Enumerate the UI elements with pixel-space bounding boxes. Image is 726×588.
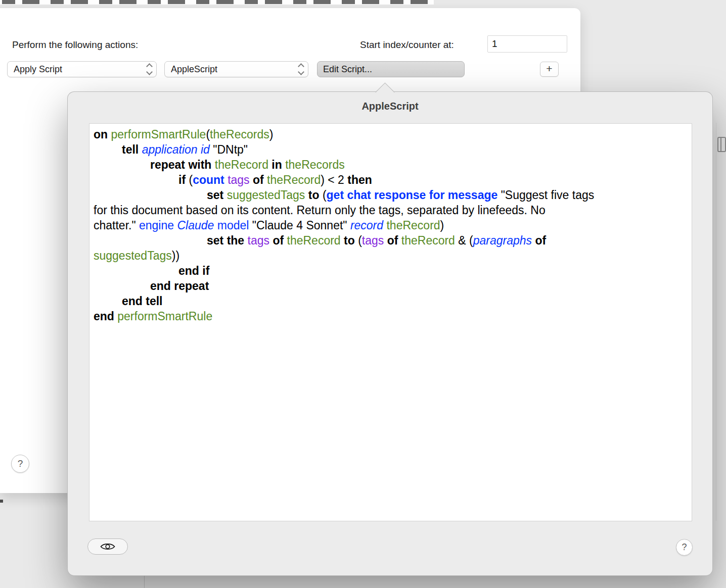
popover-help-button[interactable]: ? bbox=[676, 539, 693, 556]
code-line: suggestedTags)) bbox=[94, 248, 688, 263]
popover-title: AppleScript bbox=[68, 101, 712, 112]
add-action-button[interactable]: + bbox=[540, 62, 559, 77]
code-line: repeat with theRecord in theRecords bbox=[94, 157, 688, 172]
start-index-label: Start index/counter at: bbox=[360, 39, 454, 51]
actions-label: Perform the following actions: bbox=[12, 39, 138, 51]
edit-script-button[interactable]: Edit Script... bbox=[317, 61, 465, 77]
clipped-fragment bbox=[0, 500, 3, 503]
code-line: end repeat bbox=[94, 278, 688, 293]
code-line: set the tags of theRecord to (tags of th… bbox=[94, 233, 688, 248]
clipped-pane-divider bbox=[144, 575, 145, 588]
code-line: if (count tags of theRecord) < 2 then bbox=[94, 172, 688, 187]
up-down-chevrons-icon bbox=[299, 64, 303, 74]
code-line: end if bbox=[94, 263, 688, 278]
code-line: chatter." engine Claude model "Claude 4 … bbox=[94, 218, 688, 233]
clipped-window-content bbox=[0, 0, 434, 5]
applescript-popover: AppleScript on performSmartRule(theRecor… bbox=[67, 91, 713, 576]
code-line: tell application id "DNtp" bbox=[94, 142, 688, 157]
clipped-pane-edge bbox=[716, 123, 716, 521]
script-language-popup[interactable]: AppleScript bbox=[164, 61, 308, 77]
code-line: set suggestedTags to (get chat response … bbox=[94, 187, 688, 203]
clipped-text-fragments bbox=[2, 0, 434, 4]
eye-icon bbox=[100, 542, 115, 551]
code-editor[interactable]: on performSmartRule(theRecords)tell appl… bbox=[89, 123, 692, 521]
script-language-popup-label: AppleScript bbox=[171, 64, 217, 75]
code-line: end tell bbox=[94, 293, 688, 309]
help-button[interactable]: ? bbox=[11, 455, 29, 473]
up-down-chevrons-icon bbox=[147, 64, 152, 74]
action-type-popup-label: Apply Script bbox=[14, 64, 62, 75]
action-type-popup[interactable]: Apply Script bbox=[7, 61, 157, 77]
screen: Perform the following actions: Start ind… bbox=[0, 0, 726, 588]
clipped-sidebar-icon bbox=[717, 137, 726, 152]
code-line: for this document based on its content. … bbox=[94, 203, 688, 218]
code-line: on performSmartRule(theRecords) bbox=[94, 127, 688, 142]
code-line: end performSmartRule bbox=[94, 309, 688, 324]
eye-button[interactable] bbox=[87, 538, 128, 555]
start-index-input[interactable] bbox=[487, 35, 567, 53]
